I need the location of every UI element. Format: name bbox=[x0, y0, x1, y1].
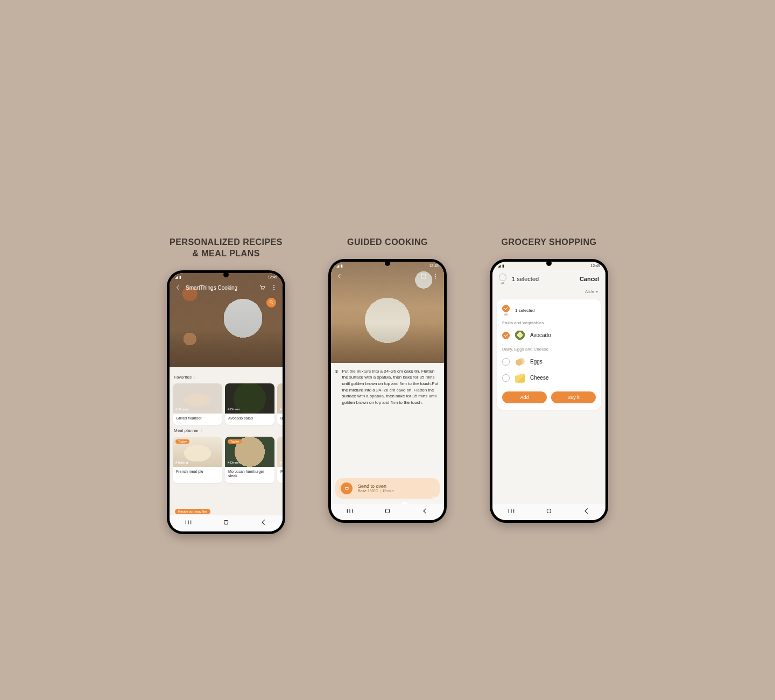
item-name: Eggs bbox=[530, 359, 542, 365]
recents-button[interactable] bbox=[346, 507, 354, 516]
recipe-duration: 1 h bbox=[432, 496, 438, 500]
recipe-card[interactable]: # Simple Grilled flounder bbox=[173, 383, 222, 425]
today-pill: Today bbox=[175, 439, 189, 444]
recipe-name: Bac bbox=[277, 414, 283, 425]
phone-guided: ◢ ▮ 12:45 bbox=[328, 259, 447, 523]
svg-point-4 bbox=[273, 289, 274, 290]
recipe-tag: # Dinner bbox=[228, 408, 240, 411]
svg-rect-13 bbox=[386, 509, 390, 513]
category-fruits: Fruits and Vegetables bbox=[502, 320, 596, 325]
app-title: SmartThings Cooking bbox=[186, 285, 259, 291]
nav-back-button[interactable] bbox=[421, 507, 429, 516]
step-text: Put the mixture into a 24~26 cm cake tin… bbox=[342, 368, 440, 406]
send-to-oven-button[interactable]: Send to oven Bake 190°C|15 min bbox=[335, 478, 440, 499]
recipe-name: French meat pie bbox=[173, 467, 222, 478]
svg-point-2 bbox=[273, 285, 274, 286]
category-dairy: Dairy, Eggs and Cheese bbox=[502, 347, 596, 352]
recipe-card[interactable]: Today # Baking French meat pie bbox=[173, 437, 222, 483]
section-favorites[interactable]: Favorites 〉 bbox=[174, 375, 278, 380]
home-button[interactable] bbox=[545, 507, 553, 516]
select-all-checkbox[interactable] bbox=[499, 274, 506, 281]
list-item[interactable]: Cheese bbox=[502, 370, 596, 386]
item-name: Cheese bbox=[530, 375, 548, 381]
status-time: 12:45 bbox=[267, 275, 277, 279]
svg-point-10 bbox=[435, 277, 436, 278]
cta-subtitle: Bake 190°C|15 min bbox=[358, 489, 393, 493]
item-name: Avocado bbox=[530, 332, 551, 338]
recipe-tag: # B bbox=[280, 408, 283, 411]
select-all-label: All bbox=[501, 282, 505, 285]
planner-row: Today # Baking French meat pie Today # D… bbox=[173, 437, 279, 483]
fullscreen-icon[interactable] bbox=[420, 272, 427, 282]
more-icon[interactable] bbox=[432, 272, 439, 282]
item-checkbox[interactable] bbox=[502, 374, 510, 382]
recipe-card[interactable]: # Fren bbox=[277, 437, 283, 483]
recipe-tag: # Dinner bbox=[228, 461, 240, 464]
svg-rect-14 bbox=[547, 509, 551, 513]
svg-point-3 bbox=[273, 287, 274, 288]
recipe-name: Grilled flounder bbox=[173, 414, 222, 425]
recipe-name: Moroccan hamburger steak bbox=[225, 467, 274, 483]
recents-button[interactable] bbox=[185, 519, 192, 528]
section-meal-planner[interactable]: Meal planner 〉 bbox=[174, 428, 278, 433]
signal-icon: ◢ bbox=[498, 264, 501, 268]
status-time: 12:45 bbox=[590, 264, 600, 268]
recents-button[interactable] bbox=[508, 507, 515, 516]
grocery-card: All 1 selected Fruits and Vegetables Avo… bbox=[497, 299, 601, 410]
recipe-tag: # Simple bbox=[175, 408, 188, 411]
group-selection-count: 1 selected bbox=[515, 308, 534, 313]
add-button[interactable]: Add bbox=[502, 391, 547, 403]
back-button[interactable] bbox=[175, 283, 181, 293]
step-number: 3 bbox=[335, 368, 337, 406]
svg-rect-6 bbox=[224, 521, 228, 524]
android-nav-bar bbox=[331, 504, 444, 520]
recipe-card[interactable]: # B Bac bbox=[277, 383, 283, 425]
cancel-button[interactable]: Cancel bbox=[580, 276, 599, 282]
list-item[interactable]: Avocado bbox=[502, 327, 596, 344]
section-meal-planner-label: Meal planner bbox=[174, 428, 199, 433]
chevron-right-icon: 〉 bbox=[201, 428, 205, 433]
buy-button[interactable]: Buy it bbox=[551, 391, 596, 403]
list-item[interactable]: Eggs bbox=[502, 354, 596, 370]
phone-grocery: ◢ ▮ 12:45 All 1 selected Cancel bbox=[490, 259, 608, 523]
more-icon[interactable] bbox=[271, 283, 277, 293]
android-nav-bar bbox=[492, 504, 605, 520]
step-instruction: 3 Put the mixture into a 24~26 cm cake t… bbox=[335, 368, 440, 406]
signal-icon: ◢ bbox=[336, 264, 339, 268]
cart-icon[interactable] bbox=[259, 283, 265, 293]
section-favorites-label: Favorites bbox=[174, 375, 192, 380]
cheese-icon bbox=[515, 373, 525, 383]
svg-point-5 bbox=[270, 301, 272, 304]
item-checkbox[interactable] bbox=[502, 358, 510, 366]
signal-icon: ◢ bbox=[175, 275, 178, 279]
group-select-all-checkbox[interactable] bbox=[502, 305, 510, 312]
selection-count: 1 selected bbox=[512, 276, 574, 282]
chevron-down-icon: ▾ bbox=[596, 289, 598, 294]
recipe-card[interactable]: Today # Dinner Moroccan hamburger steak bbox=[225, 437, 274, 483]
item-checkbox[interactable] bbox=[502, 332, 510, 339]
back-button[interactable] bbox=[336, 272, 343, 282]
today-pill: Today bbox=[228, 439, 242, 444]
home-button[interactable] bbox=[384, 507, 391, 516]
home-button[interactable] bbox=[222, 519, 230, 528]
nav-back-button[interactable] bbox=[583, 507, 590, 516]
camera-notch bbox=[546, 261, 552, 266]
recipe-card[interactable]: # Dinner Avocado salad bbox=[225, 383, 274, 425]
svg-point-1 bbox=[263, 289, 264, 290]
search-fab[interactable] bbox=[266, 298, 276, 307]
oven-icon bbox=[341, 482, 353, 494]
battery-icon: ▮ bbox=[341, 264, 343, 268]
recipe-tag: # Baking bbox=[175, 461, 188, 464]
recipe-tag: # bbox=[280, 461, 281, 464]
eggs-icon bbox=[515, 357, 525, 367]
sort-dropdown[interactable]: Aisle ▾ bbox=[585, 289, 598, 294]
cta-title: Send to oven bbox=[358, 484, 393, 489]
column-title-guided: Guided Cooking bbox=[347, 237, 428, 248]
phone-recipes: ◢ ▮ 12:45 SmartThings Cooking bbox=[167, 270, 285, 534]
avocado-icon bbox=[515, 331, 525, 340]
battery-icon: ▮ bbox=[179, 275, 181, 279]
svg-rect-7 bbox=[421, 274, 426, 278]
column-title-grocery: Grocery Shopping bbox=[502, 237, 597, 248]
battery-icon: ▮ bbox=[502, 264, 504, 268]
nav-back-button[interactable] bbox=[260, 519, 267, 528]
